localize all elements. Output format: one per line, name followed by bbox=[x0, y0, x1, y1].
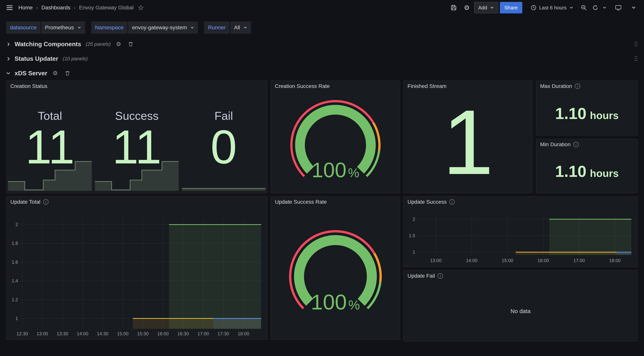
panel-min-duration: Min Duration 1.10 hours bbox=[536, 139, 638, 193]
svg-text:17:00: 17:00 bbox=[573, 258, 585, 263]
time-range-picker[interactable]: Last 6 hours bbox=[528, 2, 576, 14]
panel-header[interactable]: Creation Status bbox=[6, 81, 267, 92]
row-delete-button[interactable] bbox=[63, 70, 72, 76]
panel-header[interactable]: Update Total bbox=[6, 196, 267, 207]
panel-creation-status: Creation Status Total 11 Success 11 Fail… bbox=[6, 80, 268, 193]
svg-text:100%: 100% bbox=[312, 158, 360, 182]
row-drag-handle[interactable] bbox=[634, 41, 638, 47]
tv-kiosk-mode-button[interactable] bbox=[612, 2, 624, 14]
svg-text:16:00: 16:00 bbox=[157, 331, 169, 336]
panel-update-total: Update Total 11.21.41.61.8212:3013:0013:… bbox=[6, 196, 268, 340]
panel-max-duration: Max Duration 1.10 hours bbox=[536, 80, 638, 136]
panel-update-success: Update Success 11.5213:0014:0015:0016:00… bbox=[403, 196, 638, 267]
row-settings-button[interactable]: ⚙ bbox=[51, 70, 60, 76]
variable-namespace-selected: envoy-gateway-system bbox=[132, 24, 187, 31]
add-panel-button[interactable]: Add bbox=[474, 2, 498, 14]
panel-header[interactable]: Creation Success Rate bbox=[271, 81, 400, 92]
row-title: Status Updater bbox=[14, 55, 58, 62]
gear-icon: ⚙ bbox=[53, 70, 58, 76]
row-status-updater[interactable]: Status Updater (10 panels) bbox=[0, 51, 644, 66]
timeseries-chart[interactable]: 11.21.41.61.8212:3013:0013:3014:0014:301… bbox=[6, 207, 268, 340]
refresh-interval-dropdown[interactable] bbox=[601, 2, 608, 14]
chevron-down-icon bbox=[602, 6, 606, 10]
svg-text:1.8: 1.8 bbox=[12, 241, 18, 246]
chevron-right-icon bbox=[6, 56, 11, 61]
info-icon[interactable] bbox=[573, 142, 579, 147]
row-xds-server[interactable]: xDS Server ⚙ bbox=[0, 66, 644, 80]
stat-success: Success 11 bbox=[93, 92, 180, 193]
panel-header[interactable]: Min Duration bbox=[536, 139, 638, 150]
panel-header[interactable]: Update Success Rate bbox=[271, 196, 400, 207]
row-title: xDS Server bbox=[14, 70, 47, 77]
svg-text:12:30: 12:30 bbox=[16, 331, 28, 336]
svg-text:18:00: 18:00 bbox=[238, 331, 249, 336]
refresh-icon bbox=[592, 4, 598, 11]
variable-datasource-label: datasource bbox=[6, 22, 40, 34]
stat-unit: hours bbox=[590, 167, 619, 179]
stat-value: 11 bbox=[112, 123, 162, 171]
svg-text:1.5: 1.5 bbox=[409, 233, 415, 238]
clock-icon bbox=[531, 5, 536, 10]
stat-value: 1.10 bbox=[555, 104, 586, 123]
monitor-icon bbox=[615, 4, 622, 11]
variable-runner-label: Runner bbox=[204, 22, 230, 34]
stat-total: Total 11 bbox=[6, 92, 93, 193]
star-icon: ☆ bbox=[138, 4, 144, 11]
panel-header[interactable]: Update Success bbox=[404, 196, 638, 207]
top-bar: Home Dashboards Envoy Gateway Global ☆ ⚙… bbox=[0, 0, 644, 15]
breadcrumb-home[interactable]: Home bbox=[18, 4, 33, 11]
svg-text:13:00: 13:00 bbox=[430, 258, 442, 263]
variable-datasource-value[interactable]: Prometheus bbox=[41, 22, 85, 34]
timeseries-chart[interactable]: 11.5213:0014:0015:0016:0017:0018:00 bbox=[404, 207, 638, 268]
save-dashboard-button[interactable] bbox=[448, 2, 460, 14]
variable-runner-value[interactable]: All bbox=[230, 22, 251, 34]
panel-update-success-rate: Update Success Rate 100% bbox=[271, 196, 400, 340]
svg-text:1.4: 1.4 bbox=[12, 278, 18, 284]
dashboard-variables-bar: datasource Prometheus Namespace envoy-ga… bbox=[0, 15, 644, 37]
panel-header[interactable]: Max Duration bbox=[536, 81, 638, 92]
svg-text:16:00: 16:00 bbox=[538, 258, 549, 263]
trash-icon bbox=[128, 41, 134, 47]
refresh-button[interactable] bbox=[591, 2, 600, 14]
stat-fail: Fail 0 bbox=[180, 92, 267, 193]
zoom-out-time-button[interactable] bbox=[578, 2, 590, 14]
chevron-down-icon bbox=[244, 26, 247, 30]
variable-runner-selected: All bbox=[234, 24, 240, 31]
panel-title: Creation Status bbox=[10, 83, 47, 89]
collapse-top-bar-button[interactable] bbox=[628, 2, 640, 14]
info-icon[interactable] bbox=[575, 84, 580, 89]
panel-header[interactable]: Finished Stream bbox=[404, 81, 532, 92]
chevron-right-icon bbox=[6, 42, 11, 46]
dashboard-settings-button[interactable]: ⚙ bbox=[461, 2, 472, 14]
favorite-star-button[interactable]: ☆ bbox=[135, 2, 146, 14]
share-button[interactable]: Share bbox=[500, 2, 522, 14]
row-settings-button[interactable]: ⚙ bbox=[114, 41, 123, 47]
svg-text:2: 2 bbox=[16, 222, 18, 227]
panel-title: Min Duration bbox=[540, 142, 570, 148]
row-watching-components[interactable]: Watching Components (25 panels) ⚙ bbox=[0, 37, 644, 51]
panel-header[interactable]: Update Fail bbox=[404, 270, 638, 281]
breadcrumb-dashboards[interactable]: Dashboards bbox=[33, 4, 70, 11]
svg-text:2: 2 bbox=[413, 216, 415, 222]
stat-value: 1.10 bbox=[555, 162, 586, 181]
gear-icon: ⚙ bbox=[116, 41, 121, 47]
row-delete-button[interactable] bbox=[126, 41, 135, 47]
svg-text:1: 1 bbox=[16, 316, 18, 321]
panel-title: Update Fail bbox=[408, 273, 435, 279]
info-icon[interactable] bbox=[438, 273, 443, 278]
dashboard-panel-grid: Creation Status Total 11 Success 11 Fail… bbox=[6, 80, 638, 345]
panel-title: Max Duration bbox=[540, 83, 572, 89]
row-drag-handle[interactable] bbox=[634, 56, 638, 62]
info-icon[interactable] bbox=[43, 199, 48, 205]
svg-text:15:30: 15:30 bbox=[137, 331, 148, 336]
variable-namespace-value[interactable]: envoy-gateway-system bbox=[128, 22, 198, 34]
info-icon[interactable] bbox=[449, 199, 455, 205]
stat-wrapper: 1.10 hours bbox=[536, 92, 638, 135]
menu-toggle-button[interactable] bbox=[4, 2, 15, 14]
drag-dots-icon bbox=[634, 56, 638, 62]
variable-datasource: datasource Prometheus bbox=[6, 22, 85, 34]
gauge-wrapper: 100% bbox=[271, 207, 400, 340]
panel-title: Finished Stream bbox=[408, 83, 446, 89]
svg-text:1.2: 1.2 bbox=[12, 297, 18, 302]
time-range-label: Last 6 hours bbox=[539, 5, 566, 11]
